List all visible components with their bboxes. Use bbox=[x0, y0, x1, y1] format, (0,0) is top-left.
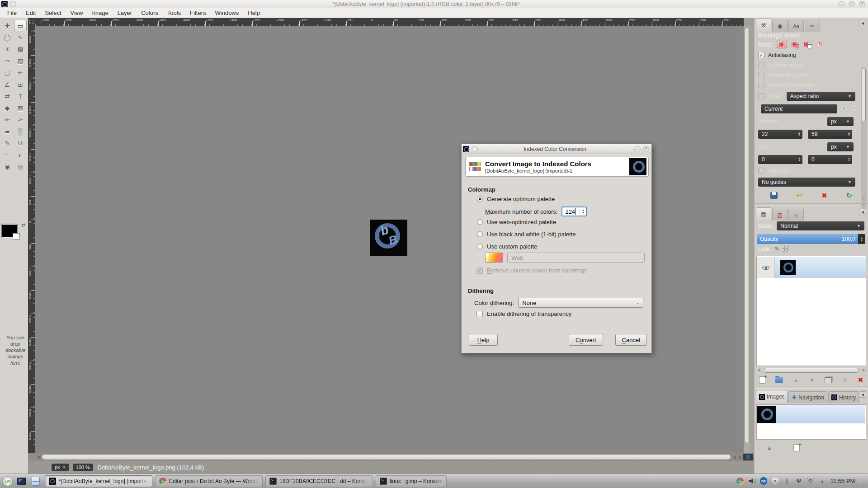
scroll-down-icon[interactable]: ⌄ bbox=[862, 202, 865, 206]
mode-add-button[interactable] bbox=[789, 41, 800, 48]
rounded-corners-checkbox[interactable] bbox=[758, 72, 764, 78]
size-width-spinner[interactable]: 0▲▼ bbox=[758, 155, 802, 164]
airbrush-tool[interactable]: ▒ bbox=[14, 126, 27, 137]
tool-options-scrollbar[interactable]: ⌄ ⌃ bbox=[861, 67, 867, 211]
maximize-button[interactable]: ◇ bbox=[849, 1, 855, 7]
duplicate-layer-button[interactable] bbox=[825, 377, 832, 383]
custom-palette-radio[interactable] bbox=[477, 244, 483, 249]
lock-alpha-icon[interactable] bbox=[783, 246, 789, 252]
scroll-up-icon[interactable]: ⌃ bbox=[862, 197, 865, 202]
lower-layer-button[interactable]: ▼ bbox=[809, 377, 815, 384]
remove-unused-checkbox[interactable]: ✓ bbox=[476, 267, 483, 274]
menu-filters[interactable]: Filters bbox=[185, 9, 210, 17]
dialog-titlebar[interactable]: Indexed Color Conversion ⌄ ✕ bbox=[462, 144, 651, 154]
terminal-launcher[interactable] bbox=[15, 475, 28, 487]
swap-colors-icon[interactable]: ⇄ bbox=[21, 222, 25, 228]
tab-channels[interactable]: ▥ bbox=[772, 209, 788, 221]
volume-icon[interactable] bbox=[748, 478, 755, 485]
gradient-tool[interactable]: ▦ bbox=[14, 102, 27, 113]
dialog-rollup-button[interactable]: ⌄ bbox=[634, 146, 641, 152]
menu-tools[interactable]: Tools bbox=[163, 9, 185, 17]
smudge-tool[interactable]: ～ bbox=[1, 149, 14, 160]
wifi-icon[interactable] bbox=[807, 478, 814, 485]
vertical-ruler[interactable]: -400-350-300-250-200-150-100-50050100150… bbox=[28, 26, 35, 453]
security-shield-icon[interactable]: ✕ bbox=[772, 478, 779, 485]
opacity-stepper[interactable]: ▲▼ bbox=[858, 234, 865, 244]
menu-file[interactable]: File bbox=[3, 9, 21, 17]
delete-options-icon[interactable]: ✖ bbox=[821, 192, 827, 200]
scroll-left-icon[interactable]: < bbox=[36, 455, 42, 460]
scroll-left-icon[interactable]: < bbox=[756, 367, 762, 373]
restore-options-icon[interactable]: ↩ bbox=[797, 191, 802, 200]
menu-colors[interactable]: Colors bbox=[137, 9, 163, 17]
free-select-tool[interactable]: ∿ bbox=[14, 32, 27, 43]
tab-layers[interactable]: ▤ bbox=[756, 207, 771, 221]
color-dithering-dropdown[interactable]: None ⌄ bbox=[518, 298, 643, 308]
tab-brushes[interactable]: ✑ bbox=[805, 20, 820, 32]
paths-tool[interactable]: ✒ bbox=[14, 67, 27, 78]
tab-tool-options[interactable]: ⚒ bbox=[756, 19, 771, 32]
position-unit-dropdown[interactable]: px▼ bbox=[827, 117, 854, 126]
layer-mode-dropdown[interactable]: Normal▼ bbox=[777, 221, 864, 230]
vertical-scrollbar-thumb[interactable] bbox=[745, 28, 750, 443]
layers-scroll-thumb[interactable] bbox=[764, 368, 859, 373]
horizontal-ruler[interactable]: -700-650-600-550-500-450-400-350-300-250… bbox=[35, 18, 744, 26]
clock[interactable]: 11:55 PM bbox=[830, 478, 855, 484]
size-height-spinner[interactable]: 0▲▼ bbox=[808, 155, 852, 164]
taskbar-task-gimp[interactable]: *[DobitAoByte_kernel_logo] (imported bbox=[45, 475, 152, 487]
anchor-layer-button[interactable]: ⚓ bbox=[842, 376, 848, 384]
menu-layer[interactable]: Layer bbox=[113, 9, 137, 17]
opacity-slider[interactable]: Opacity 100,0 ▲▼ bbox=[757, 234, 865, 244]
palette-select-button[interactable] bbox=[485, 253, 503, 263]
chrome-tray-icon[interactable] bbox=[736, 478, 744, 485]
position-x-spinner[interactable]: 22▲▼ bbox=[758, 130, 802, 139]
fixed-dropdown[interactable]: Aspect ratio▼ bbox=[787, 92, 855, 101]
scroll-left2-icon[interactable]: < bbox=[732, 455, 737, 460]
horizontal-scrollbar-thumb[interactable] bbox=[42, 454, 731, 460]
bluetooth-icon[interactable]: ᛒ bbox=[783, 478, 791, 485]
menu-edit[interactable]: Edit bbox=[21, 9, 40, 17]
image-list-item[interactable] bbox=[757, 405, 865, 423]
dialog-menu-button[interactable] bbox=[472, 146, 478, 152]
paintbrush-tool[interactable]: ✑ bbox=[14, 114, 27, 125]
max-colors-spinner[interactable]: 224 ▲▼ bbox=[561, 206, 587, 216]
mode-subtract-button[interactable] bbox=[802, 41, 812, 48]
transparency-dithering-checkbox[interactable] bbox=[476, 311, 483, 317]
usb-icon[interactable]: Ψ bbox=[795, 478, 802, 485]
scroll-right-icon[interactable]: > bbox=[738, 455, 743, 460]
menu-image[interactable]: Image bbox=[87, 9, 113, 17]
eraser-tool[interactable]: ▰ bbox=[1, 126, 14, 137]
minimize-button[interactable]: ⌄ bbox=[838, 1, 844, 7]
delete-layer-button[interactable]: ✖ bbox=[858, 376, 863, 384]
menu-help[interactable]: Help bbox=[243, 9, 264, 17]
scissors-select-tool[interactable]: ✂ bbox=[1, 55, 14, 66]
menu-view[interactable]: View bbox=[66, 9, 88, 17]
new-layer-button[interactable] bbox=[759, 376, 765, 384]
menu-windows[interactable]: Windows bbox=[211, 9, 244, 17]
palette-name-entry[interactable]: Web bbox=[507, 253, 645, 263]
feather-edges-checkbox[interactable] bbox=[758, 62, 764, 68]
show-desktop-icon[interactable]: ☾ bbox=[859, 478, 865, 485]
foreground-background-colors[interactable]: ⇄ bbox=[2, 222, 26, 242]
reset-options-icon[interactable]: ↻ bbox=[846, 191, 852, 200]
guides-dropdown[interactable]: No guides▼ bbox=[758, 178, 855, 187]
tool-options-scrollbar-thumb[interactable] bbox=[862, 68, 866, 122]
tab-history[interactable]: History bbox=[828, 391, 859, 403]
quick-mask-toggle[interactable] bbox=[29, 455, 35, 460]
menu-select[interactable]: Select bbox=[40, 9, 66, 17]
flip-tool[interactable]: ⇄ bbox=[1, 90, 14, 102]
landscape-icon[interactable]: ▭ bbox=[851, 106, 857, 112]
zoom-tool[interactable]: ◎ bbox=[14, 161, 27, 172]
hp-icon[interactable]: hp bbox=[760, 478, 767, 485]
ruler-corner-button[interactable] bbox=[28, 18, 35, 26]
text-tool[interactable]: T bbox=[14, 90, 27, 102]
fixed-checkbox[interactable] bbox=[758, 93, 764, 99]
mode-replace-button[interactable] bbox=[777, 41, 787, 48]
measure-tool[interactable]: ∠ bbox=[1, 79, 14, 90]
foreground-select-tool[interactable]: ▨ bbox=[14, 55, 27, 66]
tray-expand-icon[interactable]: ▲ bbox=[819, 478, 826, 485]
select-by-color-tool[interactable]: ▩ bbox=[14, 43, 27, 55]
convert-button[interactable]: Convert bbox=[569, 334, 603, 346]
new-view-icon[interactable] bbox=[793, 444, 800, 451]
layer-visibility-cell[interactable] bbox=[757, 257, 775, 278]
